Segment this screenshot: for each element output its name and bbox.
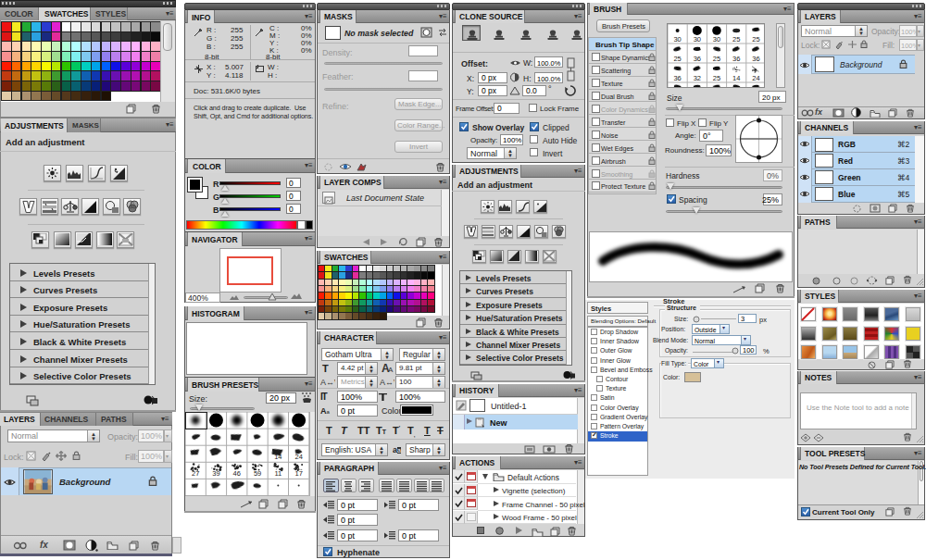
svg-text:A: A [388, 366, 394, 373]
svg-text:25: 25 [752, 35, 759, 44]
svg-text:36: 36 [752, 55, 759, 63]
svg-text:30: 30 [713, 35, 720, 44]
svg-text:25: 25 [673, 55, 681, 63]
svg-text:36: 36 [673, 74, 681, 82]
svg-text:32: 32 [694, 74, 701, 82]
svg-text:27: 27 [192, 469, 199, 478]
svg-text:A↔V: A↔V [320, 378, 335, 387]
svg-text:59: 59 [254, 469, 261, 478]
svg-text:30: 30 [694, 35, 701, 44]
svg-text:25: 25 [713, 55, 720, 63]
svg-text:25: 25 [732, 35, 740, 44]
svg-text:24: 24 [294, 453, 302, 461]
svg-text:30: 30 [673, 35, 681, 44]
svg-text:36: 36 [732, 55, 740, 63]
svg-text:36: 36 [694, 55, 701, 63]
svg-text:11: 11 [274, 469, 282, 478]
svg-text:14: 14 [732, 74, 740, 82]
svg-text:25: 25 [713, 74, 720, 82]
svg-text:17: 17 [294, 469, 302, 478]
svg-text:39: 39 [212, 469, 219, 478]
svg-text:A↔V: A↔V [380, 378, 394, 387]
svg-text:46: 46 [233, 469, 241, 478]
svg-text:24: 24 [752, 74, 759, 82]
svg-text:14: 14 [274, 453, 282, 461]
